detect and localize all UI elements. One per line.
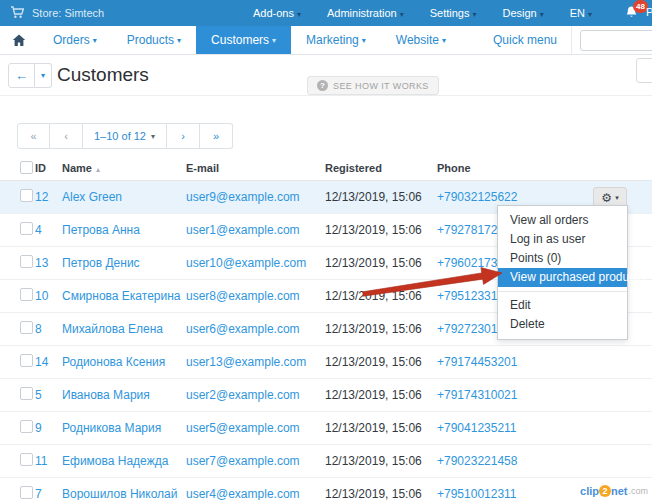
nav-item-marketing[interactable]: Marketing▾: [291, 26, 381, 54]
back-history-dropdown[interactable]: ▾: [35, 63, 52, 88]
customer-id-link[interactable]: 12: [35, 190, 62, 204]
chevron-down-icon: ▾: [272, 36, 276, 45]
customer-name-link[interactable]: Ворошилов Николай: [62, 487, 186, 500]
row-checkbox[interactable]: [20, 189, 33, 202]
pagination-next-button[interactable]: ›: [167, 123, 200, 149]
customer-registered: 12/13/2019, 15:06: [325, 223, 437, 237]
customer-email-link[interactable]: user6@example.com: [186, 322, 325, 336]
column-header-email[interactable]: E-mail: [186, 162, 325, 174]
customer-email-link[interactable]: user13@example.com: [186, 355, 325, 369]
menu-item-edit[interactable]: Edit: [498, 296, 627, 315]
column-header-id[interactable]: ID: [35, 162, 62, 174]
row-checkbox[interactable]: [20, 354, 33, 367]
home-button[interactable]: [0, 26, 38, 54]
see-how-it-works-button[interactable]: ? SEE HOW IT WORKS: [307, 76, 439, 95]
customer-name-link[interactable]: Родионова Ксения: [62, 355, 186, 369]
menu-item-delete[interactable]: Delete: [498, 315, 627, 334]
customer-email-link[interactable]: user2@example.com: [186, 388, 325, 402]
customer-registered: 12/13/2019, 15:06: [325, 388, 437, 402]
customer-name-link[interactable]: Иванова Мария: [62, 388, 186, 402]
menu-settings[interactable]: Settings▾: [430, 7, 477, 19]
row-checkbox[interactable]: [20, 453, 33, 466]
customer-email-link[interactable]: user5@example.com: [186, 421, 325, 435]
customer-email-link[interactable]: user9@example.com: [186, 190, 325, 204]
pagination-range-dropdown[interactable]: 1–10 of 12 ▾: [83, 123, 167, 149]
customer-name-link[interactable]: Родникова Мария: [62, 421, 186, 435]
nav-item-orders[interactable]: Orders▾: [38, 26, 112, 54]
menu-design[interactable]: Design▾: [502, 7, 543, 19]
customer-id-link[interactable]: 13: [35, 256, 62, 270]
row-checkbox[interactable]: [20, 321, 33, 334]
customer-email-link[interactable]: user8@example.com: [186, 289, 325, 303]
chevron-down-icon: ▾: [177, 36, 181, 45]
customer-email-link[interactable]: user4@example.com: [186, 487, 325, 500]
topbar-partial-item[interactable]: P: [646, 6, 652, 18]
notifications-bell[interactable]: 48: [624, 5, 642, 21]
nav-item-products[interactable]: Products▾: [112, 26, 196, 54]
column-header-name[interactable]: Name▴: [62, 162, 186, 174]
customer-id-link[interactable]: 4: [35, 223, 62, 237]
select-all-checkbox[interactable]: [20, 161, 33, 174]
menu-divider: [498, 291, 627, 292]
column-header-phone[interactable]: Phone: [437, 162, 652, 174]
customer-id-link[interactable]: 9: [35, 421, 62, 435]
chevron-down-icon: ▾: [472, 10, 476, 19]
customer-name-link[interactable]: Смирнова Екатерина: [62, 289, 186, 303]
chevron-down-icon: ▾: [297, 10, 301, 19]
customer-email-link[interactable]: user7@example.com: [186, 454, 325, 468]
menu-item-log-in-as-user[interactable]: Log in as user: [498, 230, 627, 249]
customer-registered: 12/13/2019, 15:06: [325, 322, 437, 336]
customer-id-link[interactable]: 8: [35, 322, 62, 336]
row-checkbox[interactable]: [20, 255, 33, 268]
clip2net-watermark: clip2net.com: [580, 485, 648, 497]
chevron-down-icon: ▾: [41, 71, 45, 80]
nav-item-website[interactable]: Website▾: [381, 26, 461, 54]
menu-item-view-purchased-products[interactable]: View purchased products: [498, 268, 627, 287]
customer-id-link[interactable]: 11: [35, 454, 62, 468]
customer-name-link[interactable]: Ефимова Надежда: [62, 454, 186, 468]
customer-phone-link[interactable]: +79041235211: [437, 421, 652, 435]
row-checkbox[interactable]: [20, 288, 33, 301]
nav-item-customers[interactable]: Customers▾: [196, 26, 291, 54]
customer-id-link[interactable]: 14: [35, 355, 62, 369]
header-corner-button[interactable]: [636, 58, 652, 83]
table-row: 9 Родникова Мария user5@example.com 12/1…: [0, 412, 652, 445]
menu-item-view-all-orders[interactable]: View all orders: [498, 211, 627, 230]
customer-name-link[interactable]: Петров Денис: [62, 256, 186, 270]
customer-registered: 12/13/2019, 15:06: [325, 256, 437, 270]
menu-language[interactable]: EN▾: [570, 7, 592, 19]
customer-phone-link[interactable]: +79174310021: [437, 388, 652, 402]
menu-administration[interactable]: Administration▾: [327, 7, 404, 19]
customer-registered: 12/13/2019, 15:06: [325, 421, 437, 435]
row-checkbox[interactable]: [20, 222, 33, 235]
chevron-down-icon: ▾: [588, 10, 592, 19]
row-checkbox[interactable]: [20, 486, 33, 499]
pagination-prev-button[interactable]: ‹: [50, 123, 83, 149]
menu-addons[interactable]: Add-ons▾: [253, 7, 301, 19]
admin-search-input[interactable]: [580, 30, 652, 51]
customer-phone-link[interactable]: +79174453201: [437, 355, 652, 369]
customer-name-link[interactable]: Alex Green: [62, 190, 186, 204]
store-selector[interactable]: Store: Simtech: [32, 7, 104, 19]
menu-item-points[interactable]: Points (0): [498, 249, 627, 268]
column-header-registered[interactable]: Registered: [325, 162, 437, 174]
quick-menu-link[interactable]: Quick menu: [479, 33, 571, 47]
top-admin-bar: Store: Simtech Add-ons▾ Administration▾ …: [0, 0, 652, 26]
customer-name-link[interactable]: Петрова Анна: [62, 223, 186, 237]
customer-registered: 12/13/2019, 15:06: [325, 289, 437, 303]
pagination-first-button[interactable]: «: [17, 123, 50, 149]
pagination-last-button[interactable]: »: [200, 123, 233, 149]
page-header: ← ▾ Customers ? SEE HOW IT WORKS: [0, 55, 652, 96]
customer-id-link[interactable]: 5: [35, 388, 62, 402]
row-checkbox[interactable]: [20, 387, 33, 400]
customer-phone-link[interactable]: +79023221458: [437, 454, 652, 468]
customer-email-link[interactable]: user1@example.com: [186, 223, 325, 237]
back-button[interactable]: ←: [8, 63, 35, 88]
customer-email-link[interactable]: user10@example.com: [186, 256, 325, 270]
chevron-down-icon: ▾: [362, 36, 366, 45]
customer-name-link[interactable]: Михайлова Елена: [62, 322, 186, 336]
customer-id-link[interactable]: 7: [35, 487, 62, 500]
customer-id-link[interactable]: 10: [35, 289, 62, 303]
row-checkbox[interactable]: [20, 420, 33, 433]
gear-icon: ⚙: [601, 192, 612, 204]
